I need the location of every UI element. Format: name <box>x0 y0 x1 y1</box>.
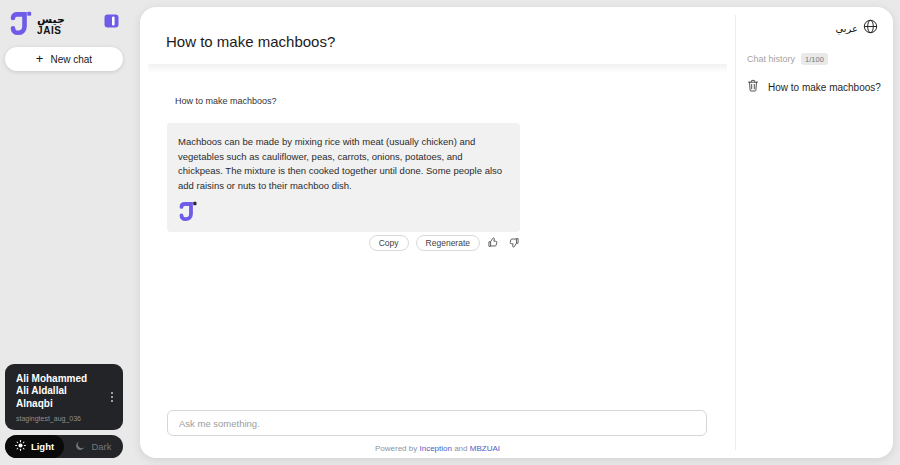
theme-toggle: Light Dark <box>5 435 123 458</box>
theme-light-label: Light <box>31 441 54 452</box>
chat-title: How to make machboos? <box>166 33 335 50</box>
history-item-title: How to make machboos? <box>768 82 881 93</box>
theme-light-button[interactable]: Light <box>5 435 64 458</box>
user-card[interactable]: Ali Mohammed Ali Aldallal Alnaqbi stagin… <box>5 364 123 430</box>
user-name: Ali Mohammed Ali Aldallal Alnaqbi <box>16 373 94 411</box>
language-label: عربي <box>835 23 858 34</box>
sun-icon <box>15 440 26 453</box>
theme-dark-button[interactable]: Dark <box>64 435 123 458</box>
new-chat-button[interactable]: + New chat <box>5 47 123 71</box>
powered-by-prefix: Powered by <box>375 444 417 453</box>
history-label: Chat history <box>747 54 795 64</box>
jais-avatar-icon <box>179 201 508 226</box>
header-divider <box>148 64 727 73</box>
history-item[interactable]: How to make machboos? <box>740 74 889 100</box>
language-switcher[interactable]: عربي <box>835 19 878 38</box>
main-card: How to make machboos? How to make machbo… <box>140 7 893 458</box>
jais-logo[interactable]: جيس JAIS <box>10 11 65 40</box>
trash-icon[interactable] <box>747 78 759 96</box>
history-count-badge: 1/100 <box>801 53 828 65</box>
sidebar-header: جيس JAIS <box>0 0 128 40</box>
chat-area: How to make machboos? How to make machbo… <box>140 7 735 458</box>
regenerate-button[interactable]: Regenerate <box>416 235 480 251</box>
mbzuai-link[interactable]: MBZUAI <box>470 444 500 453</box>
chat-input[interactable] <box>167 410 707 436</box>
powered-by-conjunction: and <box>454 444 467 453</box>
powered-by-footer: Powered by Inception and MBZUAI <box>140 444 735 453</box>
jais-latin-label: JAIS <box>37 26 65 37</box>
new-chat-label: New chat <box>50 54 92 65</box>
user-handle: stagingtest_aug_036 <box>16 415 105 422</box>
jais-j-icon <box>10 11 33 40</box>
inception-link[interactable]: Inception <box>419 444 451 453</box>
jais-logo-text: جيس JAIS <box>37 14 65 36</box>
user-message: How to make machboos? <box>175 96 277 106</box>
message-actions: Copy Regenerate <box>167 235 520 251</box>
sidebar-collapse-icon[interactable] <box>104 14 119 32</box>
history-header: Chat history 1/100 <box>747 53 828 65</box>
user-menu-kebab-icon[interactable] <box>109 390 115 404</box>
thumbs-up-icon[interactable] <box>487 237 500 248</box>
left-sidebar: جيس JAIS + New chat Ali Mohammed Ali Ald… <box>0 0 128 465</box>
bot-message-block: Machboos can be made by mixing rice with… <box>167 123 520 251</box>
bot-message-text: Machboos can be made by mixing rice with… <box>178 135 508 194</box>
moon-icon <box>75 440 86 453</box>
thumbs-down-icon[interactable] <box>507 237 520 248</box>
theme-dark-label: Dark <box>91 441 111 452</box>
globe-icon <box>863 19 878 38</box>
copy-button[interactable]: Copy <box>369 235 409 251</box>
chat-history-panel: عربي Chat history 1/100 <box>736 7 893 458</box>
bot-message-bubble: Machboos can be made by mixing rice with… <box>167 123 520 232</box>
plus-icon: + <box>36 52 44 65</box>
